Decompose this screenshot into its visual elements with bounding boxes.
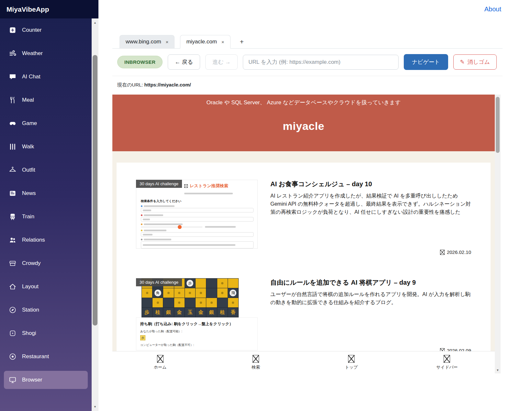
tab-miyacle[interactable]: miyacle.com ×	[180, 35, 230, 49]
post-date: 2026.02.09	[440, 348, 471, 351]
shogi-cell: 金	[196, 308, 206, 317]
sidebar-item-label: Shogi	[22, 330, 36, 337]
app-scrollbar[interactable]: ▲ ▼	[92, 18, 98, 411]
nav-item-search[interactable]: 検索	[208, 351, 303, 373]
nav-item-home[interactable]: ホーム	[112, 351, 208, 373]
sidebar-item-label: Game	[22, 120, 37, 127]
scrollbar-thumb[interactable]	[93, 55, 97, 325]
blurred-text-bar	[144, 214, 163, 216]
back-button[interactable]: ← 戻る	[168, 54, 200, 70]
post-thumbnail[interactable]: 30 days AI challenge 歩角飛歩桂銀金玉金銀桂香 持ち駒（打ち…	[136, 278, 258, 350]
nav-item-top[interactable]: トップ	[304, 351, 399, 373]
form-row	[141, 239, 254, 248]
eraser-button[interactable]: ✎ 消しゴム	[453, 54, 497, 70]
sidebar-item-label: Crowdy	[22, 260, 41, 267]
blurred-text-bar	[184, 193, 233, 194]
shogi-cell: 香	[228, 308, 238, 317]
shogi-cpu-pieces-label: コンピューターが取った駒（配置不可）:	[140, 343, 254, 347]
thumb-app-title: レストラン推奨検索	[190, 183, 228, 189]
post-thumbnail[interactable]: 30 days AI challenge レストラン推奨検索 検索条件を入力して…	[136, 180, 258, 249]
sidebar-item-shogi[interactable]: Shogi	[0, 322, 92, 345]
scroll-down-arrow[interactable]: ▼	[92, 405, 98, 408]
shogi-cell	[185, 298, 195, 307]
about-link[interactable]: About	[484, 6, 501, 13]
stripes-icon	[8, 143, 17, 151]
navigate-button[interactable]: ナビゲート	[404, 54, 448, 70]
sidebar-item-counter[interactable]: Counter	[0, 18, 92, 42]
shogi-cell	[206, 298, 217, 307]
sidebar-item-restaurant[interactable]: Restaurant	[0, 345, 92, 368]
post-item: 30 days AI challenge レストラン推奨検索 検索条件を入力して…	[136, 180, 471, 256]
shogi-cell	[228, 298, 238, 307]
post-title[interactable]: AI お食事コンシェルジュ – day 10	[270, 180, 471, 188]
viewport-scroll-down-arrow[interactable]: ▼	[495, 369, 501, 372]
shogi-cell	[185, 288, 195, 298]
shogi-cell: 玉	[185, 308, 195, 317]
sidebar-item-relations[interactable]: Relations	[0, 228, 92, 252]
shogi-cell: 歩	[185, 279, 195, 288]
nav-item-sidebar[interactable]: サイドバー	[399, 351, 495, 373]
sidebar-item-game[interactable]: Game	[0, 112, 92, 135]
wind-icon	[8, 49, 17, 58]
current-url-value: https://miyacle.com/	[144, 82, 191, 87]
field-bullet	[141, 230, 142, 231]
sidebar-item-label: Restaurant	[22, 353, 49, 360]
shogi-cell	[163, 288, 174, 298]
hanger-icon	[8, 166, 17, 174]
shogi-cell	[196, 298, 206, 307]
form-row	[141, 230, 254, 237]
nav-label: トップ	[345, 364, 358, 370]
url-input[interactable]	[243, 55, 399, 70]
sidebar-item-layout[interactable]: Layout	[0, 275, 92, 298]
post-title[interactable]: 自由にルールを追加できる AI 将棋アプリ – day 9	[270, 278, 471, 287]
train-icon	[8, 212, 17, 221]
sidebar-item-outfit[interactable]: Outfit	[0, 158, 92, 182]
new-tab-button[interactable]: +	[236, 37, 248, 48]
sidebar-item-label: Layout	[22, 283, 39, 290]
sidebar-item-walk[interactable]: Walk	[0, 135, 92, 158]
site-tagline: Oracle や SQL Server、 Azure などデータベースやクラウド…	[112, 95, 495, 106]
current-url-label: 現在のURL:	[117, 82, 143, 87]
people-icon	[8, 236, 17, 244]
scroll-up-arrow[interactable]: ▲	[92, 21, 98, 24]
pencil-icon: ✎	[460, 59, 465, 65]
sidebar-item-meal[interactable]: Meal	[0, 88, 92, 112]
sidebar-item-label: Outfit	[22, 167, 35, 173]
home-broken-image-icon	[157, 355, 164, 363]
broken-image-icon	[184, 184, 188, 188]
viewport-scrollbar[interactable]: ▼	[495, 95, 501, 373]
site-content: 30 days AI challenge レストラン推奨検索 検索条件を入力して…	[112, 151, 495, 351]
field-bullet	[141, 214, 142, 216]
plus-icon	[8, 26, 17, 34]
tab-close-icon[interactable]: ×	[166, 39, 169, 45]
tab-close-icon[interactable]: ×	[221, 39, 224, 45]
thumb-section-title: 検索条件を入力してください	[141, 199, 254, 203]
current-url-line: 現在のURL:https://miyacle.com/	[112, 82, 503, 88]
viewport-scrollbar-thumb[interactable]	[496, 97, 500, 153]
blurred-text-bar	[144, 230, 166, 231]
shogi-cell	[206, 279, 217, 288]
shogi-cell	[217, 288, 228, 298]
tab-bing[interactable]: www.bing.com ×	[119, 35, 175, 48]
sidebar-item-weather[interactable]: Weather	[0, 42, 92, 65]
sidebar-item-crowdy[interactable]: Crowdy	[0, 252, 92, 275]
topbar: MiyaVibeApp About	[0, 0, 532, 18]
slider-handle	[178, 225, 182, 229]
shogi-cell: 角	[153, 288, 163, 298]
shogi-cell	[174, 298, 185, 307]
post-item: 30 days AI challenge 歩角飛歩桂銀金玉金銀桂香 持ち駒（打ち…	[136, 278, 471, 351]
forward-button[interactable]: 進む →	[205, 54, 238, 70]
shogi-cell: 金	[174, 308, 185, 317]
shogi-cell	[174, 288, 185, 298]
field-bullet	[141, 239, 142, 240]
captured-piece: 歩	[140, 335, 145, 340]
blurred-text-bar	[143, 244, 235, 246]
sidebar-item-browser[interactable]: Browser	[4, 371, 88, 389]
chat-bubble-icon	[8, 73, 17, 81]
sidebar-item-station[interactable]: Station	[0, 298, 92, 322]
sidebar-item-news[interactable]: News	[0, 182, 92, 205]
restaurant-app-screenshot: レストラン推奨検索 検索条件を入力してください	[136, 180, 258, 249]
browser-viewport: Oracle や SQL Server、 Azure などデータベースやクラウド…	[112, 95, 495, 373]
sidebar-item-ai-chat[interactable]: AI Chat	[0, 65, 92, 88]
sidebar-item-train[interactable]: Train	[0, 205, 92, 228]
